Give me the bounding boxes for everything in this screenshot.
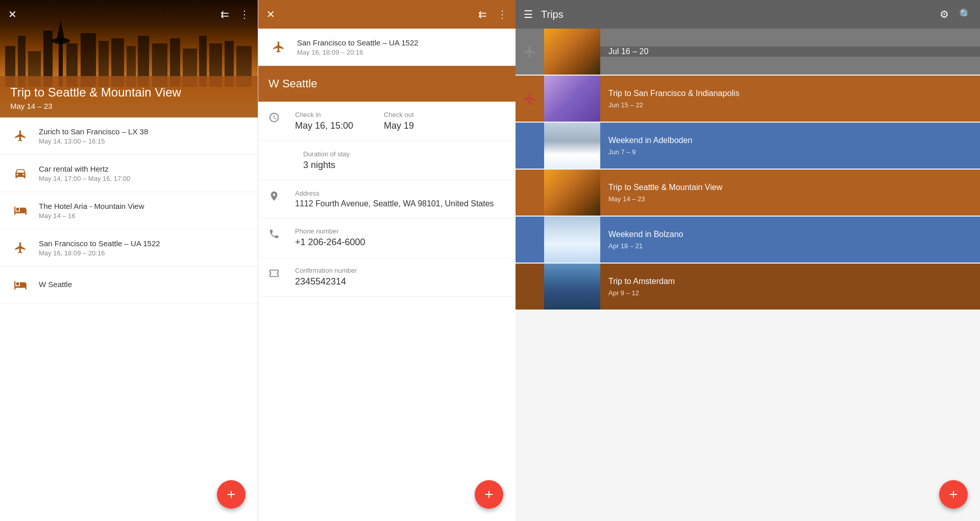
add-fab-panel2[interactable] <box>475 480 503 509</box>
panel-trips-list: ☰ Trips ⚙ 🔍 Jul 16 – 20 Trip to San Fra <box>516 0 980 521</box>
checkout-block: Check out May 19 <box>384 111 414 131</box>
address-section: Address 1112 Fourth Avenue, Seattle, WA … <box>258 180 516 218</box>
header-actions: ⇇ ⋮ <box>220 8 250 20</box>
more-options-button[interactable]: ⋮ <box>239 8 250 20</box>
confirmation-label: Confirmation number <box>295 267 357 274</box>
trip-name-5: Trip to Amsterdam <box>608 276 972 287</box>
panel1-header: ✕ ⇇ ⋮ <box>0 0 258 29</box>
trip-card-content-5: Trip to Amsterdam Apr 9 – 12 <box>600 276 980 297</box>
phone-section: Phone number +1 206-264-6000 <box>258 218 516 257</box>
trip-card-seattle[interactable]: Trip to Seattle & Mountain View May 14 –… <box>516 170 980 216</box>
hotel-title-bar: W Seattle <box>258 66 516 102</box>
duration-value: 3 nights <box>303 160 350 171</box>
filter-icon[interactable]: ⇇ <box>220 8 229 20</box>
phone-value: +1 206-264-6000 <box>295 237 365 248</box>
checkin-content: Check in May 16, 15:00 Check out May 19 <box>295 111 414 131</box>
checkin-section: Check in May 16, 15:00 Check out May 19 <box>258 102 516 141</box>
hero-image: ✕ ⇇ ⋮ Trip to Seattle & Mountain View Ma… <box>0 0 258 117</box>
flight-top-title: San Francisco to Seattle – UA 1522 <box>297 38 419 47</box>
trip-item-content: W Seattle <box>39 280 72 290</box>
car-subtitle: May 14, 17:00 – May 16, 17:00 <box>39 175 130 182</box>
trip-card-adelboden[interactable]: Weekend in Adelboden Jun 7 – 9 <box>516 123 980 169</box>
panel3-header: ☰ Trips ⚙ 🔍 <box>516 0 980 29</box>
svg-point-6 <box>52 38 70 44</box>
trip-card-bolzano[interactable]: Weekend in Bolzano Apr 18 – 21 <box>516 217 980 263</box>
menu-button[interactable]: ☰ <box>524 8 533 20</box>
filter-icon-p2[interactable]: ⇇ <box>478 8 487 20</box>
flight2-subtitle: May 16, 18:09 – 20:16 <box>39 249 160 257</box>
trip-dates-1: Jun 15 – 22 <box>608 101 972 109</box>
confirmation-value: 2345542314 <box>295 276 357 287</box>
trip-item-wseattle[interactable]: W Seattle <box>0 267 258 304</box>
flight2-title: San Francisco to Seattle – UA 1522 <box>39 239 160 248</box>
settings-button[interactable]: ⚙ <box>940 8 949 20</box>
trip-card-content-4: Weekend in Bolzano Apr 18 – 21 <box>600 229 980 250</box>
address-content: Address 1112 Fourth Avenue, Seattle, WA … <box>295 190 494 208</box>
trip-items-list: Zurich to San Francisco – LX 38 May 14, … <box>0 117 258 521</box>
trip-item-car[interactable]: Car rental with Hertz May 14, 17:00 – Ma… <box>0 155 258 192</box>
checkin-label: Check in <box>295 111 353 119</box>
car-icon <box>10 163 31 183</box>
trip-dates: May 14 – 23 <box>10 102 248 110</box>
close-button[interactable]: ✕ <box>8 8 17 20</box>
flight-item-top[interactable]: San Francisco to Seattle – UA 1522 May 1… <box>258 29 516 66</box>
trip-item-hotel-aria[interactable]: The Hotel Aria - Mountain View May 14 – … <box>0 192 258 229</box>
duration-label: Duration of stay <box>303 150 350 158</box>
phone-icon <box>268 228 287 242</box>
hotel-aria-title: The Hotel Aria - Mountain View <box>39 202 144 210</box>
trip-name-3: Trip to Seattle & Mountain View <box>608 182 972 193</box>
checkout-label: Check out <box>384 111 414 119</box>
trips-list: Jul 16 – 20 Trip to San Francisco & Indi… <box>516 29 980 521</box>
add-fab-panel1[interactable] <box>217 480 246 509</box>
trip-card-icon-0 <box>516 44 544 59</box>
trip-card-sf[interactable]: Trip to San Francisco & Indianapolis Jun… <box>516 76 980 122</box>
trip-item-content: The Hotel Aria - Mountain View May 14 – … <box>39 202 144 220</box>
trip-card-amsterdam[interactable]: Trip to Amsterdam Apr 9 – 12 <box>516 264 980 310</box>
trip-item-content: Car rental with Hertz May 14, 17:00 – Ma… <box>39 164 130 182</box>
trip-img-0 <box>544 29 600 75</box>
flight1-title: Zurich to San Francisco – LX 38 <box>39 127 148 136</box>
trip-card-icon-2 <box>516 138 544 153</box>
trip-item-flight2[interactable]: San Francisco to Seattle – UA 1522 May 1… <box>0 229 258 267</box>
address-label: Address <box>295 190 494 197</box>
hotel-icon <box>10 200 31 221</box>
location-icon <box>268 191 287 204</box>
trip-item-content: Zurich to San Francisco – LX 38 May 14, … <box>39 127 148 145</box>
flight1-subtitle: May 14, 13:00 – 16:15 <box>39 137 148 145</box>
panel2-header: ✕ ⇇ ⋮ <box>258 0 516 29</box>
trip-dates-3: May 14 – 23 <box>608 195 972 203</box>
add-fab-panel3[interactable] <box>939 480 968 509</box>
panel-hotel-detail: ✕ ⇇ ⋮ San Francisco to Seattle – UA 1522… <box>258 0 516 521</box>
trip-card-icon-3 <box>516 185 544 200</box>
phone-label: Phone number <box>295 227 365 235</box>
trip-name-1: Trip to San Francisco & Indianapolis <box>608 88 972 99</box>
flight-top-icon <box>268 37 289 57</box>
trip-dates-2: Jun 7 – 9 <box>608 148 972 156</box>
header-actions-p2: ⇇ ⋮ <box>478 8 507 20</box>
trip-dates-5: Apr 9 – 12 <box>608 289 972 297</box>
hotel-name: W Seattle <box>268 77 505 90</box>
hotel2-icon <box>10 275 31 295</box>
trip-img-1 <box>544 76 600 122</box>
search-button[interactable]: 🔍 <box>959 8 972 20</box>
duration-section: Duration of stay 3 nights <box>258 141 516 180</box>
trip-card-partial[interactable]: Jul 16 – 20 <box>516 29 980 75</box>
trip-item-flight1[interactable]: Zurich to San Francisco – LX 38 May 14, … <box>0 117 258 155</box>
trip-img-5 <box>544 264 600 310</box>
hero-overlay: Trip to Seattle & Mountain View May 14 –… <box>0 76 258 117</box>
trip-name-4: Weekend in Bolzano <box>608 229 972 240</box>
trip-name-0: Jul 16 – 20 <box>608 46 972 57</box>
trips-title: Trips <box>541 9 564 20</box>
header-actions-p3: ⚙ 🔍 <box>940 8 972 20</box>
trip-card-icon-4 <box>516 232 544 247</box>
checkin-row: Check in May 16, 15:00 Check out May 19 <box>295 111 414 131</box>
checkin-value: May 16, 15:00 <box>295 121 353 131</box>
phone-content: Phone number +1 206-264-6000 <box>295 227 365 248</box>
trip-card-icon-1 <box>516 91 544 106</box>
flight-top-content: San Francisco to Seattle – UA 1522 May 1… <box>297 38 419 56</box>
trip-card-content-2: Weekend in Adelboden Jun 7 – 9 <box>600 135 980 156</box>
confirmation-content: Confirmation number 2345542314 <box>295 267 357 287</box>
close-button-p2[interactable]: ✕ <box>266 8 275 20</box>
more-options-p2[interactable]: ⋮ <box>497 8 507 20</box>
duration-content: Duration of stay 3 nights <box>303 150 350 171</box>
